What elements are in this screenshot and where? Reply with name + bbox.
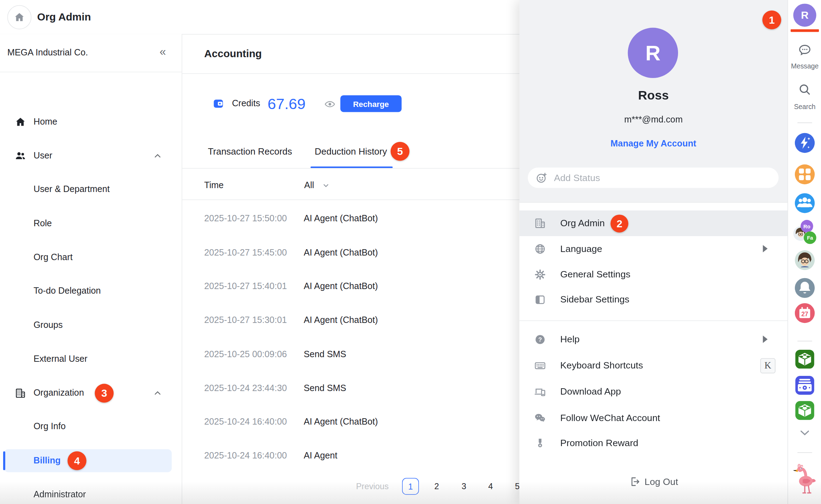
chevron-up-icon[interactable]	[154, 152, 162, 160]
pagination-page-3[interactable]: 3	[458, 478, 471, 494]
home-icon	[15, 116, 26, 128]
sidebar-item-label: Org Info	[34, 415, 66, 438]
users-icon	[15, 150, 26, 162]
profile-avatar[interactable]: R	[628, 28, 678, 78]
annotation-badge-4: 4	[67, 451, 86, 470]
sidebar-item-org-info[interactable]: Org Info	[0, 415, 182, 438]
credits-value: 67.69	[268, 93, 306, 115]
menu-item-org-admin[interactable]: Org Admin 2	[520, 210, 788, 236]
medal-icon	[534, 437, 546, 449]
sidebar-item-org-chart[interactable]: Org Chart	[0, 246, 182, 269]
record-item: Send SMS	[304, 383, 346, 393]
rail-avatar[interactable]: R	[793, 4, 816, 26]
sidebar-item-user[interactable]: User	[0, 144, 182, 167]
sidebar-item-label: Organization	[34, 382, 84, 404]
divider	[520, 320, 788, 321]
logout-button[interactable]: Log Out	[520, 472, 788, 491]
record-time: 2025-10-27 15:40:01	[204, 277, 304, 295]
sidebar-item-label: Administrator	[34, 483, 86, 504]
app-rail: R Message Search Ro Fa	[787, 0, 821, 504]
question-icon: ?	[534, 334, 546, 346]
collapse-sidebar-icon[interactable]: «	[160, 34, 166, 72]
sidebar-item-administrator[interactable]: Administrator	[0, 483, 182, 504]
group-chat-avatar[interactable]: Ro Fa	[793, 222, 816, 245]
sidebar-item-label: Groups	[34, 314, 63, 337]
pagination-page-1[interactable]: 1	[402, 478, 419, 494]
tab-deduction-history[interactable]: Deduction History	[315, 137, 387, 167]
workplace-grid-icon[interactable]	[795, 164, 815, 184]
sidebar-item-role[interactable]: Role	[0, 212, 182, 235]
calendar-icon[interactable]: 27	[795, 303, 815, 323]
contact-avatar[interactable]	[795, 250, 815, 270]
pagination-previous[interactable]: Previous	[356, 478, 396, 494]
menu-item-sidebar-settings[interactable]: Sidebar Settings	[520, 287, 788, 313]
home-button[interactable]	[7, 5, 31, 29]
time-filter-value[interactable]: All	[304, 176, 314, 194]
pagination-page-4[interactable]: 4	[484, 478, 497, 494]
menu-item-general-settings[interactable]: General Settings	[520, 262, 788, 288]
globe-icon	[534, 243, 546, 255]
sidebar-item-external-user[interactable]: External User	[0, 348, 182, 371]
menu-item-label: Help	[560, 327, 580, 353]
building-icon	[15, 388, 26, 399]
sidebar-item-label: Role	[34, 212, 52, 235]
sidebar-item-groups[interactable]: Groups	[0, 314, 182, 337]
menu-item-label: Keyboard Shortcuts	[560, 353, 643, 379]
shortcut-key-badge: K	[760, 358, 775, 373]
record-item: Send SMS	[304, 349, 346, 359]
menu-item-follow-wechat[interactable]: Follow WeChat Account	[520, 405, 788, 431]
sidebar-item-label: Home	[34, 110, 57, 133]
chevron-down-icon[interactable]	[322, 182, 330, 190]
search-label: Search	[788, 103, 821, 110]
contacts-icon[interactable]	[795, 193, 815, 213]
tab-transaction-records[interactable]: Transaction Records	[208, 137, 292, 167]
page-title: Org Admin	[37, 0, 91, 34]
sidebar-item-label: User & Department	[34, 178, 110, 201]
recharge-button[interactable]: Recharge	[340, 95, 402, 112]
sidebar-item-home[interactable]: Home	[0, 110, 182, 133]
menu-item-download-app[interactable]: Download App	[520, 379, 788, 405]
chevron-up-icon[interactable]	[154, 389, 162, 397]
sidebar-item-billing[interactable]: Billing	[0, 449, 182, 472]
rail-expand-chevron-icon[interactable]	[798, 426, 811, 439]
submenu-arrow-icon	[763, 336, 767, 343]
ai-assistant-icon[interactable]	[795, 133, 815, 153]
sidebar-item-organization[interactable]: Organization	[0, 382, 182, 404]
flamingo-sticker[interactable]	[792, 458, 817, 496]
org-name: MEGA Industrial Co.	[7, 34, 88, 72]
logout-label: Log Out	[645, 476, 678, 487]
app-brick-green-icon[interactable]	[795, 401, 814, 420]
menu-item-promotion-reward[interactable]: Promotion Reward	[520, 430, 788, 456]
record-time: 2025-10-24 16:40:00	[204, 413, 304, 431]
record-time: 2025-10-27 15:45:00	[204, 244, 304, 262]
app-payroll-icon[interactable]	[795, 376, 814, 395]
search-icon[interactable]	[798, 83, 812, 96]
add-status-field[interactable]	[528, 168, 779, 188]
annotation-badge-1: 1	[762, 11, 781, 29]
sidebar-item-label: Billing	[34, 449, 61, 472]
eye-icon[interactable]	[324, 98, 336, 110]
menu-item-keyboard-shortcuts[interactable]: Keyboard Shortcuts K	[520, 353, 788, 379]
manage-account-link[interactable]: Manage My Account	[520, 139, 788, 149]
status-input[interactable]	[553, 169, 764, 188]
app-brick-dark-icon[interactable]	[795, 350, 814, 368]
sidebar-item-label: External User	[34, 348, 88, 371]
sidebar-item-todo-delegation[interactable]: To-do Delegation	[0, 280, 182, 302]
sidebar-item-label: To-do Delegation	[34, 280, 101, 302]
screen: Org Admin MEGA Industrial Co. « Home Use…	[0, 0, 821, 504]
menu-item-label: Promotion Reward	[560, 430, 638, 456]
annotation-badge-2: 2	[611, 215, 628, 232]
menu-item-help[interactable]: ? Help	[520, 327, 788, 353]
messages-icon[interactable]	[798, 43, 812, 57]
pagination-page-2[interactable]: 2	[430, 478, 443, 494]
credits-wallet-icon	[212, 98, 224, 109]
sidebar-item-user-department[interactable]: User & Department	[0, 178, 182, 201]
time-filter-label: Time	[204, 176, 224, 194]
notifications-bell-icon[interactable]	[795, 278, 815, 298]
menu-item-label: Language	[560, 236, 602, 262]
record-item: AI Agent (ChatBot)	[304, 248, 378, 258]
keyboard-icon	[534, 360, 546, 372]
menu-item-label: Org Admin	[560, 210, 605, 236]
menu-item-language[interactable]: Language	[520, 236, 788, 262]
record-time: 2025-10-25 00:09:06	[204, 346, 304, 363]
